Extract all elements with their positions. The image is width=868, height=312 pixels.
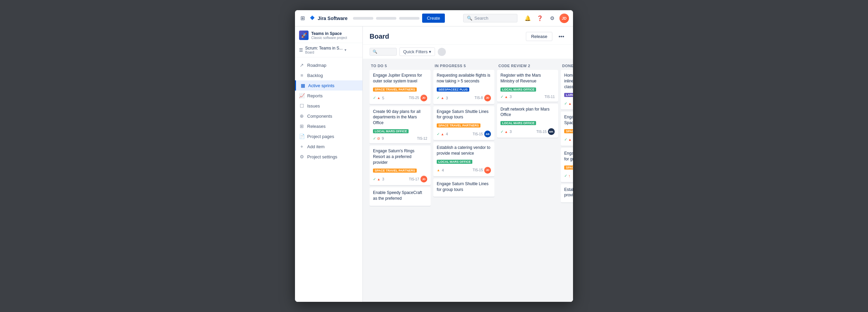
- card-footer: ✓ ▲ 3 TIS-15 MK: [500, 128, 555, 135]
- priority-icon: ▲: [505, 130, 508, 134]
- card-done-3[interactable]: Engage Saturn Shuttle Lines for group to…: [561, 148, 573, 182]
- jira-logo: Jira Software: [309, 15, 348, 22]
- scrum-info: Scrum: Teams in S... Board: [305, 46, 342, 54]
- grid-icon[interactable]: ⊞: [299, 14, 306, 23]
- avatar-filter-1[interactable]: [438, 48, 446, 56]
- notifications-button[interactable]: 🔔: [523, 14, 532, 23]
- card-icons: ✓ ▲ 3: [373, 177, 408, 181]
- sidebar-item-backlog[interactable]: ≡ Backlog: [295, 70, 362, 80]
- check-icon: ✓: [373, 136, 376, 141]
- sidebar-item-active-sprints[interactable]: ▦ Active sprints: [295, 80, 362, 91]
- card-title: Engage Saturn's Rings Resort as a prefer…: [373, 148, 427, 165]
- more-options-button[interactable]: •••: [556, 32, 566, 41]
- sidebar-item-releases[interactable]: ⊞ Releases: [295, 121, 362, 131]
- card-done-4[interactable]: Establish a catering vendor to provide m…: [561, 184, 573, 203]
- card-footer: ✓ ▲ 3 TIS-17 JD: [373, 176, 427, 182]
- card-done-2[interactable]: Engage JetShuttle SpaceWays for travel S…: [561, 112, 573, 146]
- card-tag: SPACE TRAVEL PARTNERS: [373, 169, 417, 173]
- scrum-selector[interactable]: ☰ Scrum: Teams in S... Board ▾: [295, 43, 362, 57]
- card-icons: ✓ ▲ 4: [437, 132, 471, 136]
- card-title: Homepage footer uses an inline style- sh…: [564, 73, 573, 90]
- card-ticket: TIS-12: [417, 137, 427, 140]
- card-icons: ▲ 4: [437, 168, 471, 172]
- project-settings-label: Project settings: [307, 154, 337, 159]
- column-header-in-progress: IN PROGRESS 5: [433, 62, 494, 70]
- active-sprints-icon: ▦: [300, 83, 305, 88]
- sidebar: 🚀 Teams in Space Classic software projec…: [295, 26, 363, 302]
- release-button[interactable]: Release: [526, 32, 552, 41]
- column-in-progress: IN PROGRESS 5 Requesting available fligh…: [433, 62, 494, 302]
- card-title: Establish a catering vendor to provide m…: [437, 145, 491, 156]
- sidebar-item-add-item[interactable]: + Add item: [295, 141, 362, 152]
- quick-filters-chevron-icon: ▾: [429, 49, 431, 54]
- nav-icons: 🔔 ❓ ⚙ JD: [523, 14, 569, 23]
- card-codereview-1[interactable]: Register with the Mars Ministry of Reven…: [497, 70, 558, 102]
- priority-icon: ▲: [437, 168, 440, 172]
- card-inprogress-4[interactable]: Engage Saturn Shuttle Lines for group to…: [433, 178, 494, 197]
- scrum-sub: Board: [305, 51, 342, 54]
- card-footer: ✓ ▲ 5 TIS-25 JD: [373, 95, 427, 101]
- board-title: Board: [370, 33, 522, 40]
- components-label: Components: [307, 114, 332, 119]
- components-icon: ⊕: [299, 113, 304, 119]
- sidebar-item-issues[interactable]: ☐ Issues: [295, 101, 362, 111]
- card-inprogress-1[interactable]: Requesting available flights is now taki…: [433, 70, 494, 104]
- card-avatar: JD: [484, 167, 491, 174]
- card-icons: ✓ ▲: [564, 101, 573, 106]
- card-title: Engage JetShuttle SpaceWays for travel: [564, 114, 573, 126]
- card-tag: LOCAL MARS OFFICE: [437, 160, 472, 164]
- card-footer: ✓ ⊘ 9 TIS-12: [373, 136, 427, 141]
- card-icons: ✓ ▲ 3: [500, 95, 543, 99]
- quick-filters-dropdown[interactable]: Quick Filters ▾: [399, 47, 435, 56]
- card-todo-1[interactable]: Engage Jupiter Express for outer solar s…: [370, 70, 431, 104]
- card-icons: ✓ ▲ 3: [437, 96, 473, 100]
- check-icon: ✓: [564, 137, 567, 142]
- board-search[interactable]: 🔍: [370, 48, 397, 56]
- card-inprogress-3[interactable]: Establish a catering vendor to provide m…: [433, 142, 494, 176]
- column-header-todo: TO DO 5: [370, 62, 431, 70]
- user-avatar[interactable]: JD: [559, 14, 569, 23]
- sidebar-item-components[interactable]: ⊕ Components: [295, 111, 362, 121]
- card-todo-2[interactable]: Create 90 day plans for all departments …: [370, 106, 431, 143]
- roadmap-icon: ↗: [299, 62, 304, 68]
- card-footer: ✓ ▲ 5 TIS-23 JD: [564, 136, 573, 143]
- browser-window: ⊞ Jira Software Create 🔍 Search 🔔: [295, 10, 573, 302]
- sidebar-item-project-settings[interactable]: ⚙ Project settings: [295, 152, 362, 162]
- card-todo-4[interactable]: Enable Speedy SpaceCraft as the preferre…: [370, 187, 431, 206]
- priority-icon: ▲: [377, 177, 380, 181]
- add-item-label: Add item: [307, 144, 324, 149]
- project-header: 🚀 Teams in Space Classic software projec…: [295, 26, 362, 43]
- search-icon: 🔍: [467, 16, 472, 21]
- quick-filters-label: Quick Filters: [403, 49, 428, 54]
- help-button[interactable]: ❓: [535, 14, 545, 23]
- scrum-label: Scrum: Teams in S...: [305, 46, 342, 51]
- card-todo-3[interactable]: Engage Saturn's Rings Resort as a prefer…: [370, 145, 431, 185]
- sidebar-item-project-pages[interactable]: 📄 Project pages: [295, 131, 362, 141]
- card-done-1[interactable]: Homepage footer uses an inline style- sh…: [561, 70, 573, 110]
- card-title: Requesting available flights is now taki…: [437, 73, 491, 84]
- card-inprogress-2[interactable]: Engage Saturn Shuttle Lines for group to…: [433, 106, 494, 140]
- create-button[interactable]: Create: [422, 14, 445, 23]
- project-pages-label: Project pages: [307, 134, 334, 139]
- card-icons: ✓ ▲ 5: [564, 137, 573, 142]
- search-box[interactable]: 🔍 Search: [463, 14, 517, 22]
- column-done: DONE 8 Homepage footer uses an inline st…: [561, 62, 573, 302]
- sidebar-item-reports[interactable]: 📈 Reports: [295, 91, 362, 101]
- column-header-code-review: CODE REVIEW 2: [497, 62, 558, 70]
- card-title: Engage Saturn Shuttle Lines for group to…: [437, 181, 491, 193]
- sidebar-item-roadmap[interactable]: ↗ Roadmap: [295, 60, 362, 70]
- card-ticket: TIS-25: [409, 96, 419, 100]
- check-icon: ✓: [564, 174, 567, 178]
- settings-button[interactable]: ⚙: [547, 14, 557, 23]
- card-avatar: JD: [484, 95, 491, 101]
- card-codereview-2[interactable]: Draft network plan for Mars Office LOCAL…: [497, 104, 558, 138]
- jira-diamond-icon: [309, 15, 316, 22]
- column-cards-in-progress: Requesting available flights is now taki…: [433, 70, 494, 302]
- content-area: Board Release ••• 🔍 Quick Filters ▾ TO D…: [363, 26, 573, 302]
- releases-icon: ⊞: [299, 123, 304, 129]
- sidebar-nav: ↗ Roadmap ≡ Backlog ▦ Active sprints 📈 R…: [295, 57, 362, 302]
- card-ticket: TIS-15: [536, 130, 547, 134]
- check-icon: ✓: [564, 101, 567, 106]
- card-icons: ✓ ▲ 3: [500, 130, 535, 134]
- project-pages-icon: 📄: [299, 134, 304, 139]
